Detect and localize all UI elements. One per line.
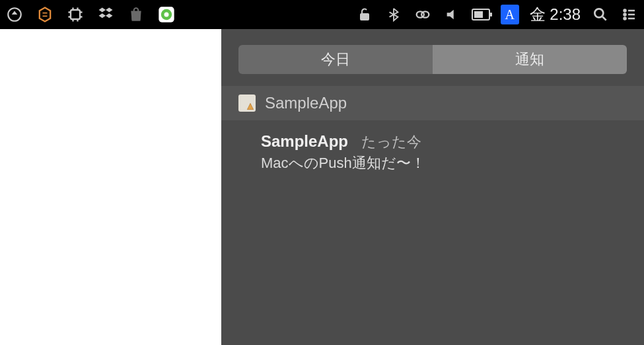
svg-rect-2: [132, 12, 141, 20]
svg-rect-1: [71, 10, 80, 19]
spotlight-icon[interactable]: [591, 5, 610, 24]
segment-wrap: 今日 通知: [221, 29, 644, 86]
notification-body: MacへのPush通知だ〜！: [261, 153, 627, 173]
notification-title: SampleApp: [261, 132, 348, 151]
svg-point-12: [624, 18, 626, 20]
volume-icon[interactable]: [443, 5, 461, 24]
segment-control: 今日 通知: [238, 45, 627, 74]
svg-point-10: [624, 10, 626, 12]
tab-notifications[interactable]: 通知: [433, 45, 627, 74]
menubar-clock[interactable]: 金 2:38: [530, 4, 581, 25]
notification-app-header[interactable]: SampleApp: [221, 86, 644, 120]
menubar: A 金 2:38: [0, 0, 644, 29]
svg-point-8: [421, 11, 429, 17]
tab-today[interactable]: 今日: [238, 45, 433, 74]
green-circle-icon[interactable]: [157, 5, 176, 24]
input-source-icon[interactable]: A: [501, 5, 519, 24]
notification-center-panel: 今日 通知 SampleApp SampleApp たった今 MacへのPush…: [221, 29, 644, 345]
notification-item[interactable]: SampleApp たった今 MacへのPush通知だ〜！: [221, 120, 644, 178]
dropbox-icon[interactable]: [96, 5, 115, 24]
link-cloud-icon[interactable]: [413, 5, 432, 24]
desktop-background: [0, 29, 221, 345]
unlock-icon[interactable]: [355, 5, 374, 24]
bluetooth-icon[interactable]: [384, 5, 403, 24]
app-icon: [238, 95, 256, 112]
svg-point-9: [594, 9, 603, 17]
svg-point-11: [624, 14, 626, 16]
app-name-label: SampleApp: [265, 94, 347, 112]
bag-icon[interactable]: [127, 5, 145, 24]
menubar-left: [5, 5, 176, 24]
svg-rect-6: [361, 14, 369, 20]
chip-icon[interactable]: [66, 5, 85, 24]
battery-icon[interactable]: [472, 5, 490, 24]
hexagon-icon[interactable]: [36, 5, 54, 24]
circle-arrow-icon[interactable]: [5, 5, 24, 24]
notification-center-icon[interactable]: [620, 5, 639, 24]
svg-point-5: [164, 13, 169, 17]
menubar-right: A 金 2:38: [355, 4, 639, 25]
notification-timestamp: たった今: [361, 132, 421, 152]
